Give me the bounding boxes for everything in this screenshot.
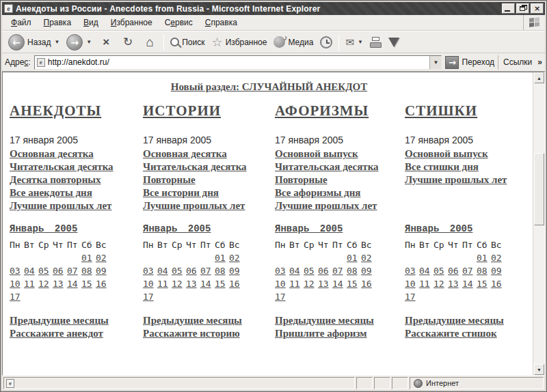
calendar-day-link[interactable]: 12 xyxy=(304,279,315,289)
section-link[interactable]: Лучшие прошлых лет xyxy=(10,199,136,212)
calendar-day-link[interactable]: 16 xyxy=(229,279,240,289)
calendar-day-link[interactable]: 04 xyxy=(24,266,35,276)
calendar-day-link[interactable]: 04 xyxy=(157,266,168,276)
calendar-day-link[interactable]: 04 xyxy=(419,266,430,276)
section-link[interactable]: Основная десятка xyxy=(143,148,268,160)
section-link[interactable]: Все анекдоты дня xyxy=(10,186,136,199)
calendar-day-link[interactable]: 15 xyxy=(347,279,358,289)
calendar-day-link[interactable]: 11 xyxy=(157,279,168,289)
submit-link[interactable]: Расскажите стишок xyxy=(405,327,522,340)
address-input[interactable]: e http://anekdot.ru/ ▼ xyxy=(34,55,442,70)
previous-months-link[interactable]: Предыдущие месяцы xyxy=(10,314,136,327)
calendar-day-link[interactable]: 03 xyxy=(10,266,21,276)
links-toolbar[interactable]: Ссылки » xyxy=(498,55,542,70)
history-button[interactable] xyxy=(317,35,336,50)
calendar-day-link[interactable]: 06 xyxy=(53,266,64,276)
calendar-day-link[interactable]: 02 xyxy=(229,253,240,263)
calendar-day-link[interactable]: 08 xyxy=(215,266,226,276)
section-link[interactable]: Основная десятка xyxy=(10,148,136,160)
section-link[interactable]: Читательская десятка xyxy=(10,160,136,173)
chevron-icon[interactable]: » xyxy=(537,57,542,67)
search-button[interactable]: Поиск xyxy=(167,36,208,48)
section-title-link[interactable]: АНЕКДОТЫ xyxy=(10,102,101,119)
mail-dropdown-icon[interactable]: ▼ xyxy=(358,39,363,45)
section-link[interactable]: Лучшие прошлых лет xyxy=(143,199,268,212)
menu-view[interactable]: Вид xyxy=(77,16,105,29)
previous-months-link[interactable]: Предыдущие месяцы xyxy=(405,314,522,327)
calendar-day-link[interactable]: 17 xyxy=(405,292,416,302)
menu-file[interactable]: Файл xyxy=(5,16,38,29)
previous-months-link[interactable]: Предыдущие месяцы xyxy=(143,314,268,327)
section-link[interactable]: Основной выпуск xyxy=(405,148,522,160)
calendar-day-link[interactable]: 17 xyxy=(10,292,21,302)
calendar-day-link[interactable]: 11 xyxy=(24,279,35,289)
submit-link[interactable]: Пришлите афоризм xyxy=(275,327,398,340)
scrollbar-thumb[interactable] xyxy=(534,153,544,225)
section-link[interactable]: Повторные xyxy=(275,173,398,186)
scroll-up-icon[interactable]: ▲ xyxy=(534,72,544,83)
calendar-day-link[interactable]: 09 xyxy=(491,266,502,276)
calendar-day-link[interactable]: 05 xyxy=(433,266,444,276)
back-dropdown-icon[interactable]: ▼ xyxy=(54,39,59,45)
calendar-day-link[interactable]: 10 xyxy=(275,279,286,289)
calendar-day-link[interactable]: 02 xyxy=(96,253,107,263)
section-link[interactable]: Основной выпуск xyxy=(275,148,398,160)
calendar-day-link[interactable]: 06 xyxy=(318,266,329,276)
calendar-day-link[interactable]: 11 xyxy=(419,279,430,289)
calendar-day-link[interactable]: 13 xyxy=(318,279,329,289)
refresh-button[interactable]: ↻ xyxy=(117,34,139,51)
section-title-link[interactable]: АФОРИЗМЫ xyxy=(275,102,369,119)
calendar-day-link[interactable]: 15 xyxy=(81,279,92,289)
section-title-link[interactable]: СТИШКИ xyxy=(405,102,477,119)
calendar-day-link[interactable]: 07 xyxy=(67,266,78,276)
calendar-day-link[interactable]: 09 xyxy=(361,266,372,276)
calendar-day-link[interactable]: 17 xyxy=(275,292,286,302)
calendar-day-link[interactable]: 01 xyxy=(347,253,358,263)
section-link[interactable]: Все истории дня xyxy=(143,186,268,199)
section-link[interactable]: Читательская десятка xyxy=(275,160,398,173)
previous-months-link[interactable]: Предыдущие месяцы xyxy=(275,314,398,327)
calendar-day-link[interactable]: 15 xyxy=(215,279,226,289)
restore-button[interactable] xyxy=(516,3,529,14)
media-button[interactable]: Медиа xyxy=(270,35,317,49)
calendar-day-link[interactable]: 07 xyxy=(462,266,473,276)
forward-button[interactable]: → ▼ xyxy=(63,33,95,52)
menu-help[interactable]: Справка xyxy=(199,16,243,29)
calendar-day-link[interactable]: 14 xyxy=(67,279,78,289)
calendar-day-link[interactable]: 07 xyxy=(332,266,343,276)
calendar-day-link[interactable]: 07 xyxy=(200,266,211,276)
menu-edit[interactable]: Правка xyxy=(38,16,78,29)
section-link[interactable]: Читательская десятка xyxy=(143,160,268,173)
calendar-day-link[interactable]: 09 xyxy=(229,266,240,276)
calendar-day-link[interactable]: 06 xyxy=(186,266,197,276)
scroll-down-icon[interactable]: ▼ xyxy=(534,364,544,375)
minimize-button[interactable] xyxy=(502,3,515,14)
calendar-month-link[interactable]: Январь 2005 xyxy=(143,223,211,234)
section-link[interactable]: Лучшие прошлых лет xyxy=(405,173,522,186)
section-link[interactable]: Все стишки дня xyxy=(405,160,522,173)
calendar-month-link[interactable]: Январь 2005 xyxy=(10,223,77,234)
print-button[interactable] xyxy=(366,36,385,49)
section-title-link[interactable]: ИСТОРИИ xyxy=(143,102,221,119)
calendar-day-link[interactable]: 08 xyxy=(81,266,92,276)
calendar-day-link[interactable]: 06 xyxy=(448,266,459,276)
section-link[interactable]: Все афоризмы дня xyxy=(275,186,398,199)
calendar-day-link[interactable]: 16 xyxy=(491,279,502,289)
calendar-day-link[interactable]: 16 xyxy=(96,279,107,289)
stop-button[interactable]: × xyxy=(95,34,117,51)
calendar-day-link[interactable]: 13 xyxy=(186,279,197,289)
mail-button[interactable]: ✉ ▼ xyxy=(342,35,366,50)
address-url[interactable]: http://anekdot.ru/ xyxy=(48,57,427,67)
calendar-day-link[interactable]: 10 xyxy=(405,279,416,289)
menu-tools[interactable]: Сервис xyxy=(159,16,199,29)
submit-link[interactable]: Расскажите историю xyxy=(143,327,268,340)
address-dropdown-icon[interactable]: ▼ xyxy=(429,56,441,69)
section-link[interactable]: Лучшие прошлых лет xyxy=(275,199,398,212)
calendar-day-link[interactable]: 16 xyxy=(361,279,372,289)
calendar-day-link[interactable]: 17 xyxy=(143,292,154,302)
go-button[interactable]: → Переход xyxy=(445,56,494,69)
calendar-month-link[interactable]: Январь 2005 xyxy=(405,223,472,234)
calendar-day-link[interactable]: 05 xyxy=(304,266,315,276)
calendar-day-link[interactable]: 03 xyxy=(143,266,154,276)
calendar-day-link[interactable]: 01 xyxy=(81,253,92,263)
